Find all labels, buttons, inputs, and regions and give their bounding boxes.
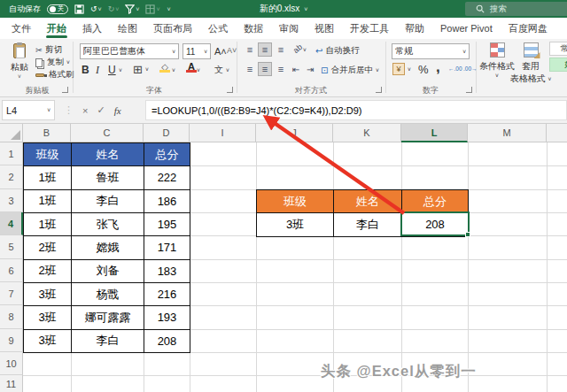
font-color-button[interactable]: A bbox=[186, 61, 197, 73]
align-bottom-button[interactable]: ≡ bbox=[274, 42, 288, 57]
fill-color-caret-icon[interactable]: ˅ bbox=[172, 67, 175, 73]
autosave-toggle[interactable]: 关 bbox=[47, 4, 68, 14]
formula-bar-splitter-icon[interactable]: ⋮ bbox=[64, 104, 74, 116]
increase-font-button[interactable]: A˄ bbox=[214, 46, 227, 57]
column-header-B[interactable]: B bbox=[23, 124, 71, 142]
cell[interactable]: 总分 bbox=[402, 190, 469, 213]
number-dialog-launcher[interactable] bbox=[466, 87, 472, 93]
filter-button[interactable]: ˅ bbox=[125, 4, 139, 14]
tab-formulas[interactable]: 公式 bbox=[200, 18, 236, 39]
cell[interactable]: 班级 bbox=[24, 143, 72, 166]
conditional-formatting-button[interactable]: 条件格式 ˅ bbox=[483, 42, 511, 79]
search-input[interactable]: 搜索 bbox=[465, 2, 567, 16]
accounting-format-button[interactable]: ¥ ˅ bbox=[392, 63, 411, 75]
cell[interactable]: 张飞 bbox=[72, 213, 144, 236]
cell[interactable]: 2班 bbox=[24, 236, 72, 259]
cell[interactable]: 李白 bbox=[72, 330, 144, 353]
cancel-button[interactable]: × bbox=[82, 105, 88, 116]
align-top-button[interactable]: ≡ bbox=[243, 42, 257, 57]
cell[interactable]: 193 bbox=[144, 306, 190, 329]
align-left-button[interactable]: ≡ bbox=[243, 62, 257, 76]
tab-file[interactable]: 文件 bbox=[4, 18, 39, 39]
bold-button[interactable]: B bbox=[82, 64, 89, 76]
tab-insert[interactable]: 插入 bbox=[74, 18, 110, 39]
italic-button[interactable]: I bbox=[96, 64, 99, 77]
align-middle-button[interactable]: ≡ bbox=[258, 42, 272, 57]
cell[interactable]: 208 bbox=[144, 330, 190, 353]
row-header-10[interactable]: 10 bbox=[0, 352, 23, 375]
formula-input[interactable]: =LOOKUP(1,0/((B2:B9=J4)*(C2:C9=K4)),D2:D… bbox=[145, 100, 567, 120]
format-as-table-button[interactable]: 套用 表格格式 ˅ bbox=[516, 42, 546, 85]
cell-style-good[interactable]: 好 bbox=[549, 58, 567, 72]
name-box[interactable]: L4 ˅ bbox=[2, 100, 55, 120]
cell[interactable]: 姓名 bbox=[72, 143, 144, 166]
row-header-5[interactable]: 5 bbox=[0, 235, 23, 259]
cell[interactable]: 杨戬 bbox=[72, 283, 144, 306]
cell[interactable]: 3班 bbox=[24, 330, 72, 353]
cell-style-normal[interactable]: 常规 bbox=[549, 42, 567, 56]
align-center-button[interactable]: ≡ bbox=[258, 62, 272, 76]
underline-button[interactable]: U bbox=[108, 64, 116, 76]
cell[interactable]: 183 bbox=[144, 260, 190, 283]
wrap-text-button[interactable]: ↩ 自动换行 bbox=[315, 45, 359, 57]
cell[interactable]: 195 bbox=[144, 213, 190, 236]
font-size-combo[interactable]: 11 ˅ bbox=[183, 43, 211, 59]
tab-review[interactable]: 审阅 bbox=[271, 18, 307, 39]
column-header-K[interactable]: K bbox=[333, 124, 401, 142]
font-dialog-launcher[interactable] bbox=[227, 87, 233, 93]
cell[interactable]: 嫦娥 bbox=[72, 236, 144, 259]
underline-caret-icon[interactable]: ˅ bbox=[119, 67, 122, 73]
cut-button[interactable]: ✂ 剪切 bbox=[35, 44, 62, 56]
align-right-button[interactable]: ≡ bbox=[274, 62, 288, 76]
cell[interactable]: 李白 bbox=[334, 213, 402, 236]
cell[interactable]: 娜可露露 bbox=[72, 306, 144, 329]
comma-style-button[interactable]: , bbox=[436, 58, 440, 76]
format-painter-button[interactable]: 格式刷 bbox=[35, 69, 74, 81]
tab-baidu-netdisk[interactable]: 百度网盘 bbox=[501, 18, 555, 39]
fill-color-button[interactable]: ◇ bbox=[159, 62, 170, 73]
paste-button[interactable]: 粘贴 ˅ bbox=[7, 43, 32, 80]
column-header-L[interactable]: L bbox=[401, 124, 468, 142]
number-format-combo[interactable]: 常规 ˅ bbox=[392, 43, 470, 59]
decrease-font-button[interactable]: A˅ bbox=[227, 46, 237, 55]
tab-draw[interactable]: 绘图 bbox=[110, 18, 145, 39]
clipboard-dialog-launcher[interactable] bbox=[62, 87, 68, 93]
cell[interactable]: 222 bbox=[144, 166, 190, 189]
percent-style-button[interactable]: % bbox=[418, 63, 429, 76]
cell[interactable]: 刘备 bbox=[72, 260, 144, 283]
row-header-11[interactable]: 11 bbox=[0, 375, 23, 392]
column-header-C[interactable]: C bbox=[71, 124, 144, 142]
cell[interactable]: 171 bbox=[144, 236, 190, 259]
orientation-caret-icon[interactable]: ˅ bbox=[303, 47, 307, 53]
undo-button[interactable]: ↺˅ bbox=[90, 4, 102, 13]
tab-power-pivot[interactable]: Power Pivot bbox=[432, 18, 501, 39]
borders-button[interactable]: ⊞˅ bbox=[133, 63, 149, 76]
alignment-dialog-launcher[interactable] bbox=[376, 87, 382, 93]
insert-function-button[interactable]: fx bbox=[114, 105, 121, 116]
cell[interactable]: 2班 bbox=[24, 260, 72, 283]
copy-button[interactable]: 复制 ˅ bbox=[35, 57, 70, 68]
decrease-indent-button[interactable]: ⇤ bbox=[292, 65, 299, 74]
cell[interactable]: 李白 bbox=[72, 190, 144, 213]
row-header-4[interactable]: 4 bbox=[0, 212, 23, 235]
tab-developer[interactable]: 开发工具 bbox=[342, 18, 397, 39]
cell[interactable]: 1班 bbox=[24, 166, 72, 189]
table-tool-button[interactable]: ˅ bbox=[145, 4, 159, 14]
font-color-caret-icon[interactable]: ˅ bbox=[197, 67, 200, 73]
enter-button[interactable]: ✓ bbox=[97, 104, 105, 116]
redo-button[interactable]: ↻˅ bbox=[108, 4, 120, 13]
tab-data[interactable]: 数据 bbox=[236, 18, 271, 39]
row-header-2[interactable]: 2 bbox=[0, 165, 23, 189]
cell[interactable]: 3班 bbox=[24, 306, 72, 329]
cell[interactable]: 鲁班 bbox=[72, 166, 144, 189]
column-header-D[interactable]: D bbox=[144, 124, 190, 142]
tab-help[interactable]: 帮助 bbox=[397, 18, 432, 39]
tab-view[interactable]: 视图 bbox=[307, 18, 342, 39]
row-header-1[interactable]: 1 bbox=[0, 142, 23, 165]
column-header-partial[interactable] bbox=[547, 124, 567, 142]
cell[interactable]: 216 bbox=[144, 283, 190, 306]
row-header-7[interactable]: 7 bbox=[0, 282, 23, 305]
cell[interactable]: 1班 bbox=[24, 213, 72, 236]
phonetic-guide-button[interactable]: 文˅ bbox=[214, 64, 229, 76]
increase-decimal-button[interactable]: ←.00 bbox=[448, 65, 462, 72]
